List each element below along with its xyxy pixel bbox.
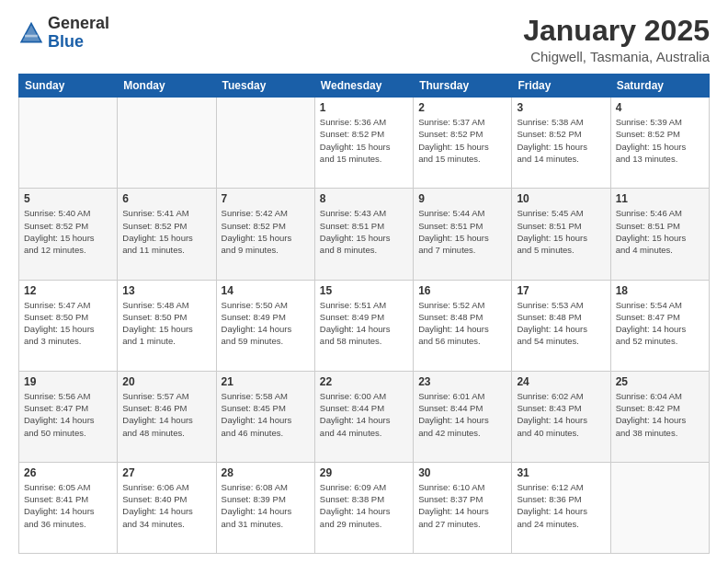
day-info: Sunrise: 5:40 AM Sunset: 8:52 PM Dayligh… [24,207,112,256]
calendar-table: Sunday Monday Tuesday Wednesday Thursday… [18,74,710,554]
table-row: 3Sunrise: 5:38 AM Sunset: 8:52 PM Daylig… [512,98,610,189]
day-info: Sunrise: 6:02 AM Sunset: 8:43 PM Dayligh… [517,390,605,439]
header-monday: Monday [118,75,216,98]
logo: General Blue [18,15,109,52]
day-number: 12 [24,284,112,297]
header-wednesday: Wednesday [314,75,413,98]
day-number: 29 [320,466,408,479]
day-info: Sunrise: 6:01 AM Sunset: 8:44 PM Dayligh… [418,390,506,439]
table-row [19,98,118,189]
svg-rect-2 [25,35,38,38]
table-row: 24Sunrise: 6:02 AM Sunset: 8:43 PM Dayli… [512,371,610,462]
table-row: 16Sunrise: 5:52 AM Sunset: 8:48 PM Dayli… [414,280,512,371]
day-info: Sunrise: 5:58 AM Sunset: 8:45 PM Dayligh… [222,390,310,439]
day-number: 22 [320,375,408,388]
table-row: 12Sunrise: 5:47 AM Sunset: 8:50 PM Dayli… [19,280,118,371]
day-info: Sunrise: 6:08 AM Sunset: 8:39 PM Dayligh… [222,481,310,530]
day-number: 27 [122,466,210,479]
day-number: 30 [418,466,506,479]
day-info: Sunrise: 5:44 AM Sunset: 8:51 PM Dayligh… [418,207,506,256]
table-row: 11Sunrise: 5:46 AM Sunset: 8:51 PM Dayli… [610,189,709,280]
table-row: 1Sunrise: 5:36 AM Sunset: 8:52 PM Daylig… [314,98,413,189]
table-row [216,98,314,189]
day-info: Sunrise: 5:47 AM Sunset: 8:50 PM Dayligh… [24,299,112,348]
day-info: Sunrise: 6:05 AM Sunset: 8:41 PM Dayligh… [24,481,112,530]
day-number: 4 [616,101,704,114]
day-info: Sunrise: 5:43 AM Sunset: 8:51 PM Dayligh… [320,207,408,256]
header-saturday: Saturday [610,75,709,98]
day-info: Sunrise: 6:00 AM Sunset: 8:44 PM Dayligh… [320,390,408,439]
table-row: 27Sunrise: 6:06 AM Sunset: 8:40 PM Dayli… [118,462,216,553]
table-row: 30Sunrise: 6:10 AM Sunset: 8:37 PM Dayli… [414,462,512,553]
day-number: 6 [122,192,210,205]
header-friday: Friday [512,75,610,98]
day-info: Sunrise: 6:10 AM Sunset: 8:37 PM Dayligh… [418,481,506,530]
calendar-week-row: 19Sunrise: 5:56 AM Sunset: 8:47 PM Dayli… [19,371,710,462]
table-row: 31Sunrise: 6:12 AM Sunset: 8:36 PM Dayli… [512,462,610,553]
table-row: 19Sunrise: 5:56 AM Sunset: 8:47 PM Dayli… [19,371,118,462]
calendar-week-row: 26Sunrise: 6:05 AM Sunset: 8:41 PM Dayli… [19,462,710,553]
day-number: 28 [222,466,310,479]
table-row: 17Sunrise: 5:53 AM Sunset: 8:48 PM Dayli… [512,280,610,371]
day-number: 31 [517,466,605,479]
day-number: 16 [418,284,506,297]
table-row: 14Sunrise: 5:50 AM Sunset: 8:49 PM Dayli… [216,280,314,371]
table-row: 26Sunrise: 6:05 AM Sunset: 8:41 PM Dayli… [19,462,118,553]
day-number: 13 [122,284,210,297]
header-sunday: Sunday [19,75,118,98]
day-number: 10 [517,192,605,205]
day-number: 2 [418,101,506,114]
svg-marker-1 [22,25,40,41]
day-info: Sunrise: 6:06 AM Sunset: 8:40 PM Dayligh… [122,481,210,530]
table-row: 2Sunrise: 5:37 AM Sunset: 8:52 PM Daylig… [414,98,512,189]
table-row: 23Sunrise: 6:01 AM Sunset: 8:44 PM Dayli… [414,371,512,462]
day-number: 14 [222,284,310,297]
table-row: 22Sunrise: 6:00 AM Sunset: 8:44 PM Dayli… [314,371,413,462]
day-number: 15 [320,284,408,297]
title-block: January 2025 Chigwell, Tasmania, Austral… [523,15,710,64]
day-number: 5 [24,192,112,205]
day-info: Sunrise: 5:39 AM Sunset: 8:52 PM Dayligh… [616,116,704,165]
calendar-week-row: 1Sunrise: 5:36 AM Sunset: 8:52 PM Daylig… [19,98,710,189]
day-number: 9 [418,192,506,205]
table-row: 4Sunrise: 5:39 AM Sunset: 8:52 PM Daylig… [610,98,709,189]
table-row: 15Sunrise: 5:51 AM Sunset: 8:49 PM Dayli… [314,280,413,371]
day-info: Sunrise: 5:48 AM Sunset: 8:50 PM Dayligh… [122,299,210,348]
table-row: 29Sunrise: 6:09 AM Sunset: 8:38 PM Dayli… [314,462,413,553]
table-row: 25Sunrise: 6:04 AM Sunset: 8:42 PM Dayli… [610,371,709,462]
header-tuesday: Tuesday [216,75,314,98]
day-number: 20 [122,375,210,388]
day-info: Sunrise: 5:53 AM Sunset: 8:48 PM Dayligh… [517,299,605,348]
header: General Blue January 2025 Chigwell, Tasm… [18,15,710,64]
table-row: 7Sunrise: 5:42 AM Sunset: 8:52 PM Daylig… [216,189,314,280]
table-row: 9Sunrise: 5:44 AM Sunset: 8:51 PM Daylig… [414,189,512,280]
day-info: Sunrise: 5:56 AM Sunset: 8:47 PM Dayligh… [24,390,112,439]
logo-icon [18,20,44,46]
day-info: Sunrise: 5:38 AM Sunset: 8:52 PM Dayligh… [517,116,605,165]
table-row: 28Sunrise: 6:08 AM Sunset: 8:39 PM Dayli… [216,462,314,553]
day-number: 3 [517,101,605,114]
table-row [118,98,216,189]
day-info: Sunrise: 5:54 AM Sunset: 8:47 PM Dayligh… [616,299,704,348]
table-row: 10Sunrise: 5:45 AM Sunset: 8:51 PM Dayli… [512,189,610,280]
table-row: 5Sunrise: 5:40 AM Sunset: 8:52 PM Daylig… [19,189,118,280]
day-number: 18 [616,284,704,297]
weekday-header-row: Sunday Monday Tuesday Wednesday Thursday… [19,75,710,98]
day-number: 11 [616,192,704,205]
header-thursday: Thursday [414,75,512,98]
day-number: 7 [222,192,310,205]
table-row: 18Sunrise: 5:54 AM Sunset: 8:47 PM Dayli… [610,280,709,371]
calendar-week-row: 5Sunrise: 5:40 AM Sunset: 8:52 PM Daylig… [19,189,710,280]
day-number: 19 [24,375,112,388]
day-info: Sunrise: 5:45 AM Sunset: 8:51 PM Dayligh… [517,207,605,256]
page: General Blue January 2025 Chigwell, Tasm… [0,0,728,563]
day-info: Sunrise: 5:36 AM Sunset: 8:52 PM Dayligh… [320,116,408,165]
calendar-week-row: 12Sunrise: 5:47 AM Sunset: 8:50 PM Dayli… [19,280,710,371]
day-info: Sunrise: 5:46 AM Sunset: 8:51 PM Dayligh… [616,207,704,256]
logo-text: General Blue [48,15,109,52]
day-info: Sunrise: 6:09 AM Sunset: 8:38 PM Dayligh… [320,481,408,530]
day-number: 17 [517,284,605,297]
logo-blue: Blue [48,32,84,51]
day-number: 8 [320,192,408,205]
table-row: 21Sunrise: 5:58 AM Sunset: 8:45 PM Dayli… [216,371,314,462]
